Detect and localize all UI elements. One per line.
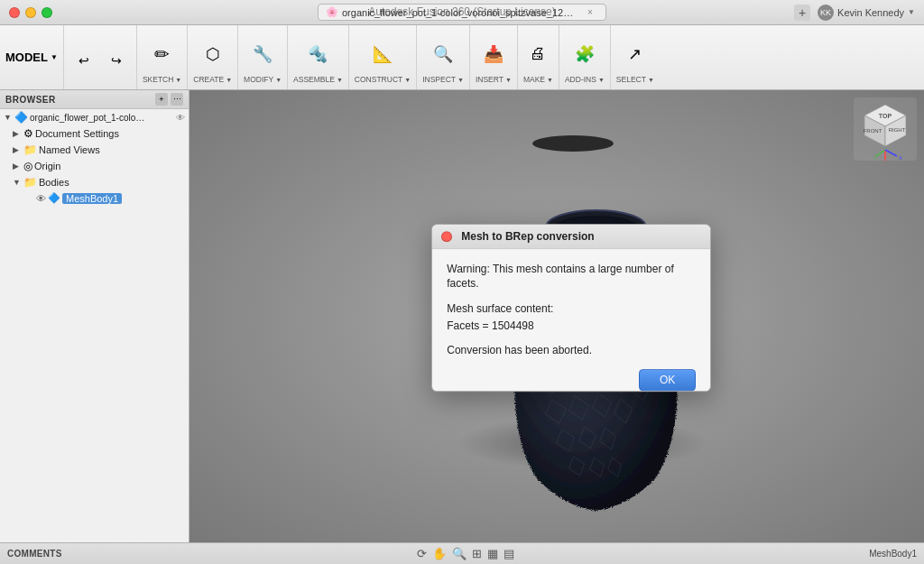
tree-mesh-eye-icon: 👁: [36, 193, 46, 204]
dialog-ok-button[interactable]: OK: [639, 370, 696, 392]
user-avatar: KK: [818, 5, 834, 21]
tree-mesh-icon: 🔷: [48, 192, 60, 204]
user-dropdown-icon[interactable]: ▼: [908, 8, 915, 16]
insert-icon-main[interactable]: 📥: [479, 42, 508, 66]
new-tab-button[interactable]: +: [794, 5, 810, 21]
construct-dropdown-icon: ▼: [404, 77, 411, 83]
sketch-label[interactable]: SKETCH ▼: [143, 75, 181, 88]
dialog-overlay: Mesh to BRep conversion Warning: This me…: [189, 90, 924, 542]
tab-area: 🌸 organic_flower_pot_1-color_voronoi_spi…: [318, 4, 606, 21]
browser-options-icon[interactable]: ⋯: [171, 93, 183, 106]
sketch-dropdown-icon: ▼: [175, 77, 181, 83]
dialog-aborted-text: Conversion has been aborted.: [447, 345, 696, 357]
dialog-info-label: Mesh surface content:: [447, 302, 553, 315]
make-icon-main[interactable]: 🖨: [523, 42, 552, 66]
tree-expand-origin: ▶: [13, 162, 22, 171]
dialog-warning-text: Warning: This mesh contains a large numb…: [447, 262, 696, 292]
undo-button[interactable]: ↩: [69, 49, 98, 72]
sketch-group: ✏ SKETCH ▼: [137, 25, 188, 89]
tree-views-icon: 📁: [23, 143, 37, 156]
addins-label[interactable]: ADD-INS ▼: [565, 75, 605, 88]
main-area: BROWSER + ⋯ ▼ 🔷 organic_flower_pot_1-col…: [0, 90, 924, 542]
dialog: Mesh to BRep conversion Warning: This me…: [431, 224, 711, 393]
maximize-button[interactable]: [42, 7, 52, 18]
create-label[interactable]: CREATE ▼: [193, 75, 232, 88]
insert-label[interactable]: INSERT ▼: [476, 75, 512, 88]
create-icon: ⬡: [202, 44, 224, 64]
insert-group: 📥 INSERT ▼: [470, 25, 518, 89]
tree-item-bodies[interactable]: ▼ 📁 Bodies: [0, 174, 189, 190]
modify-label[interactable]: MODIFY ▼: [244, 75, 282, 88]
orbit-icon[interactable]: ⟳: [417, 547, 427, 560]
model-dropdown[interactable]: MODEL ▼: [0, 25, 64, 89]
tree-origin-icon: ◎: [23, 160, 32, 172]
model-dropdown-icon: ▼: [51, 53, 58, 61]
zoom-icon[interactable]: 🔍: [452, 547, 467, 560]
modify-group: 🔧 MODIFY ▼: [238, 25, 288, 89]
tab-close-icon[interactable]: ×: [587, 7, 593, 17]
visibility-icon-root[interactable]: 👁: [176, 113, 185, 123]
inspect-icon-main[interactable]: 🔍: [429, 42, 457, 66]
tree-root-icon: 🔷: [14, 111, 28, 124]
modify-icon: 🔧: [252, 44, 273, 64]
assemble-label[interactable]: ASSEMBLE ▼: [293, 75, 343, 88]
user-name: Kevin Kennedy: [837, 7, 904, 18]
addins-icon: 🧩: [574, 44, 596, 64]
dialog-info-text: Mesh surface content: Facets = 1504498: [447, 300, 696, 335]
create-group: ⬡ CREATE ▼: [188, 25, 238, 89]
inspect-icon: 🔍: [432, 44, 454, 64]
tree-item-root[interactable]: ▼ 🔷 organic_flower_pot_1-color_v... 👁: [0, 109, 189, 125]
assemble-icon: 🔩: [307, 44, 328, 64]
pan-icon[interactable]: ✋: [432, 547, 447, 560]
redo-icon: ↪: [106, 51, 127, 70]
select-icon-main[interactable]: ↗: [621, 42, 650, 66]
addins-icon-main[interactable]: 🧩: [570, 42, 599, 66]
redo-button[interactable]: ↪: [102, 49, 131, 72]
grid-icon[interactable]: ▤: [504, 547, 514, 560]
tree-item-origin[interactable]: ▶ ◎ Origin: [0, 158, 189, 174]
construct-group: 📐 CONSTRUCT ▼: [349, 25, 417, 89]
insert-icon: 📥: [483, 44, 504, 64]
tree-item-meshbody1[interactable]: 👁 🔷 MeshBody1: [0, 190, 189, 206]
tree-item-doc-settings[interactable]: ▶ ⚙ Document Settings: [0, 125, 189, 142]
sketch-icon-main[interactable]: ✏: [148, 42, 177, 66]
construct-label[interactable]: CONSTRUCT ▼: [355, 75, 411, 88]
user-badge: KK Kevin Kennedy ▼: [818, 5, 915, 21]
tree-views-label: Named Views: [39, 144, 100, 155]
comments-label: COMMENTS: [7, 549, 62, 559]
addins-group: 🧩 ADD-INS ▼: [559, 25, 611, 89]
create-icon-main[interactable]: ⬡: [199, 42, 227, 66]
construct-icon-main[interactable]: 📐: [368, 42, 397, 66]
select-label[interactable]: SELECT ▼: [616, 75, 654, 88]
dialog-facets-label: Facets = 1504498: [447, 319, 533, 332]
tree-doc-icon: ⚙: [23, 127, 33, 140]
minimize-button[interactable]: [25, 7, 36, 18]
addins-dropdown-icon: ▼: [598, 77, 605, 83]
close-button[interactable]: [9, 7, 20, 18]
window-controls: [9, 7, 52, 18]
browser-expand-icon[interactable]: +: [155, 93, 168, 106]
tree-origin-label: Origin: [34, 161, 60, 171]
bottom-toolbar: ⟳ ✋ 🔍 ⊞ ▦ ▤: [417, 547, 514, 560]
make-icon: 🖨: [527, 44, 549, 64]
tree-item-named-views[interactable]: ▶ 📁 Named Views: [0, 142, 189, 158]
tab-title: organic_flower_pot_1-color_voronoi_spitz…: [342, 7, 577, 18]
modify-icon-main[interactable]: 🔧: [248, 42, 277, 66]
sketch-icon: ✏: [152, 44, 173, 64]
make-label[interactable]: MAKE ▼: [523, 75, 553, 88]
dialog-close-button[interactable]: [441, 231, 452, 242]
browser-icons: + ⋯: [155, 93, 183, 106]
tree-root-label: organic_flower_pot_1-color_v...: [30, 113, 147, 123]
create-dropdown-icon: ▼: [226, 77, 232, 83]
select-icon: ↗: [624, 44, 646, 64]
viewport[interactable]: TOP FRONT RIGHT Z Y X Mesh to BRep conve…: [189, 90, 924, 542]
titlebar: 🌸 organic_flower_pot_1-color_voronoi_spi…: [0, 0, 924, 25]
construct-icon: 📐: [372, 44, 393, 64]
browser-header: BROWSER + ⋯: [0, 90, 189, 109]
tab-pill[interactable]: 🌸 organic_flower_pot_1-color_voronoi_spi…: [318, 4, 606, 21]
inspect-label[interactable]: INSPECT ▼: [422, 75, 464, 88]
assemble-icon-main[interactable]: 🔩: [303, 42, 332, 66]
display-mode-icon[interactable]: ▦: [487, 547, 498, 560]
tree-bodies-label: Bodies: [39, 177, 69, 188]
fit-icon[interactable]: ⊞: [472, 547, 482, 560]
